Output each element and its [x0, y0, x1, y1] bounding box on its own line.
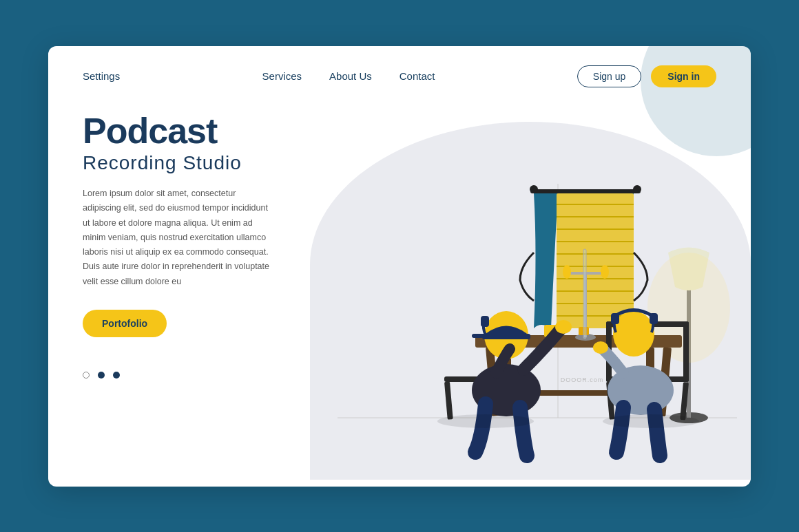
svg-rect-34 — [444, 381, 453, 419]
hero-title-sub: Recording Studio — [83, 152, 276, 174]
svg-point-4 — [633, 185, 641, 193]
content-area: Podcast Recording Studio Lorem ipsum dol… — [48, 87, 751, 480]
svg-point-52 — [593, 341, 608, 354]
hero-title-main: Podcast — [83, 112, 276, 150]
nav-links: Services About Us Contact — [262, 70, 435, 82]
left-panel: Podcast Recording Studio Lorem ipsum dol… — [48, 87, 310, 480]
nav-settings[interactable]: Settings — [83, 70, 120, 82]
dots-container — [83, 372, 276, 379]
nav-actions: Sign up Sign in — [577, 65, 716, 87]
svg-text:DOOOR.com: DOOOR.com — [561, 376, 604, 383]
svg-rect-46 — [683, 321, 689, 382]
dot-3[interactable] — [113, 372, 120, 379]
signup-button[interactable]: Sign up — [577, 65, 641, 87]
nav-left: Settings — [83, 70, 120, 83]
nav-link-contact[interactable]: Contact — [400, 70, 435, 82]
svg-point-41 — [555, 320, 572, 334]
svg-point-3 — [530, 185, 538, 193]
svg-rect-2 — [530, 189, 641, 193]
signin-button[interactable]: Sign in — [651, 65, 716, 87]
dot-1[interactable] — [83, 372, 90, 379]
svg-point-53 — [437, 414, 534, 428]
dot-2[interactable] — [98, 372, 105, 379]
svg-point-29 — [601, 265, 609, 279]
illustration-svg: DOOOR.com — [338, 115, 737, 480]
nav-link-services[interactable]: Services — [262, 70, 302, 82]
nav-link-about[interactable]: About Us — [329, 70, 372, 82]
svg-rect-5 — [557, 193, 634, 328]
page-card: Settings Services About Us Contact Sign … — [48, 46, 751, 487]
portfolio-button[interactable]: Portofolio — [83, 310, 167, 337]
svg-rect-32 — [583, 249, 586, 339]
svg-rect-40 — [481, 316, 489, 327]
svg-point-54 — [603, 414, 699, 428]
hero-description: Lorem ipsum dolor sit amet, consectetur … — [83, 187, 276, 289]
illustration-area: DOOOR.com — [310, 87, 751, 480]
svg-point-28 — [563, 265, 571, 279]
svg-rect-38 — [482, 334, 530, 339]
navbar: Settings Services About Us Contact Sign … — [48, 46, 751, 87]
